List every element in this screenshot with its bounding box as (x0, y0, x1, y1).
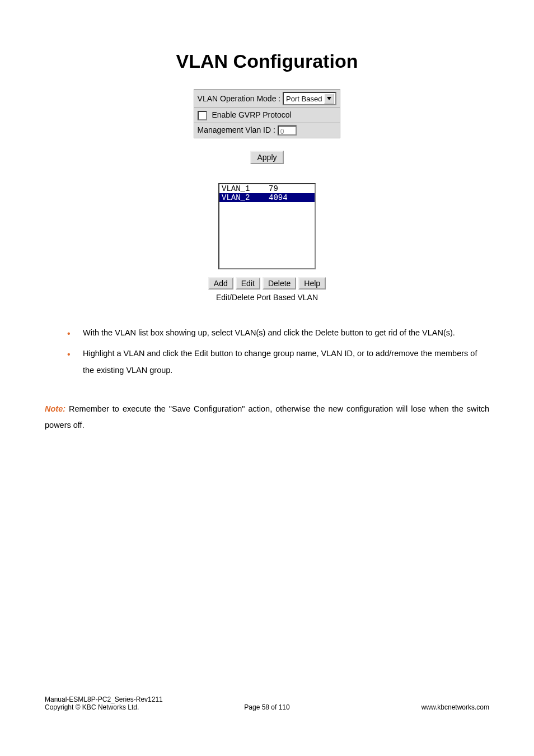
note-paragraph: Note: Remember to execute the "Save Conf… (45, 401, 489, 433)
list-item: Highlight a VLAN and click the Edit butt… (67, 345, 489, 379)
gvrp-checkbox[interactable] (198, 111, 207, 120)
mvid-input[interactable]: 0 (278, 125, 297, 136)
mvid-row: Management Vlan ID : 0 (194, 123, 340, 138)
list-item[interactable]: VLAN_2 4094 (219, 193, 315, 202)
svg-marker-0 (327, 97, 331, 100)
note-text: Remember to execute the "Save Configurat… (45, 404, 489, 430)
apply-button[interactable]: Apply (250, 151, 283, 164)
mvid-label: Management Vlan ID : (198, 125, 275, 134)
gvrp-row: Enable GVRP Protocol (194, 108, 340, 123)
add-button[interactable]: Add (208, 277, 233, 290)
help-button[interactable]: Help (298, 277, 326, 290)
footer-manual: Manual-ESML8P-PC2_Series-Rev1211 (45, 696, 489, 703)
chevron-down-icon[interactable] (324, 94, 334, 104)
op-mode-select[interactable]: Port Based (283, 92, 336, 105)
config-table: VLAN Operation Mode : Port Based Enable … (194, 89, 341, 138)
page-footer: Manual-ESML8P-PC2_Series-Rev1211 Copyrig… (45, 696, 489, 711)
action-button-row: Add Edit Delete Help (208, 277, 326, 290)
edit-button[interactable]: Edit (236, 277, 260, 290)
op-mode-row: VLAN Operation Mode : Port Based (194, 90, 340, 108)
page-title: VLAN Configuration (45, 50, 489, 72)
config-panel: VLAN Operation Mode : Port Based Enable … (45, 89, 489, 302)
footer-page-number: Page 58 of 110 (45, 703, 489, 711)
op-mode-label: VLAN Operation Mode : (198, 94, 281, 103)
delete-button[interactable]: Delete (263, 277, 296, 290)
list-item: With the VLAN list box showing up, selec… (67, 324, 489, 341)
list-item[interactable]: VLAN_1 79 (219, 184, 315, 193)
note-label: Note: (45, 404, 65, 413)
figure-caption: Edit/Delete Port Based VLAN (216, 293, 318, 302)
op-mode-value: Port Based (286, 95, 322, 103)
vlan-listbox[interactable]: VLAN_1 79 VLAN_2 4094 (218, 183, 316, 269)
gvrp-label: Enable GVRP Protocol (212, 110, 291, 119)
instruction-list: With the VLAN list box showing up, selec… (67, 324, 489, 379)
